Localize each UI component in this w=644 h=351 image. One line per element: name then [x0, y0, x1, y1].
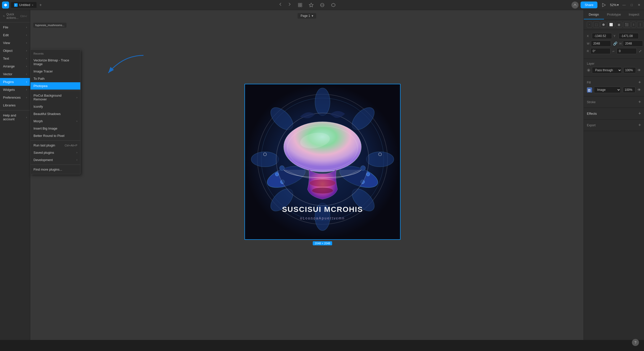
add-tab-button[interactable]: + [39, 3, 43, 7]
distribute-v-button[interactable]: ⋮ [637, 22, 643, 28]
h-input[interactable] [623, 41, 643, 47]
x-input[interactable] [592, 33, 612, 39]
close-window-button[interactable]: ✕ [636, 3, 642, 7]
arrow-icon: › [26, 65, 27, 68]
menu-item-plugins[interactable]: Plugins › [0, 78, 30, 86]
rotation-input[interactable] [590, 48, 611, 54]
arrow-icon: › [26, 88, 27, 91]
menu-item-vector[interactable]: Vector › [0, 70, 30, 78]
layers-panel-item[interactable]: hypnosis_mushrooms... [33, 23, 66, 28]
fill-add-button[interactable]: + [638, 80, 641, 85]
nav-back-button[interactable] [276, 2, 284, 8]
plugins-submenu: Recents Vectorize Bitmap - Trace Image I… [30, 49, 81, 174]
lock-ratio-button[interactable]: 🔗 [613, 41, 618, 46]
menu-item-edit[interactable]: Edit › [0, 31, 30, 39]
align-top-button[interactable]: ⬜ [607, 22, 615, 28]
avatar[interactable] [571, 2, 579, 9]
submenu-item-topath[interactable]: To Path [30, 75, 80, 82]
arrow-icon: › [26, 34, 27, 36]
corner-radius-button[interactable]: ⌐ [612, 49, 615, 54]
submenu-item-run-last[interactable]: Run last plugin Ctrl+Alt+P [30, 142, 80, 149]
align-right-button[interactable]: ⬟ [600, 22, 606, 28]
menu-item-arrange[interactable]: Arrange › [0, 62, 30, 70]
tab-design[interactable]: Design [584, 10, 604, 19]
submenu-item-find-more[interactable]: Find more plugins... [30, 166, 80, 173]
align-bottom-button[interactable]: ⬛ [623, 22, 630, 28]
main-layout: Quick actions... Ctrl+/ File › Edit › Vi… [0, 10, 644, 340]
export-add-button[interactable]: + [638, 123, 641, 128]
nav-forward-button[interactable] [286, 2, 294, 8]
svg-text:SUSCISUI MCROHIS: SUSCISUI MCROHIS [282, 205, 363, 213]
arrow-icon: › [77, 96, 77, 99]
menu-item-text[interactable]: Text › [0, 55, 30, 62]
tab-icon: F [14, 3, 18, 7]
zoom-indicator[interactable]: 52% ▾ [610, 3, 619, 7]
star-tool[interactable] [307, 1, 316, 9]
right-panel-tabs: Design Prototype Inspect [584, 10, 644, 20]
align-center-v-button[interactable]: ▣ [616, 22, 622, 28]
menu-item-preferences[interactable]: Preferences › [0, 94, 30, 101]
half-circle-tool[interactable] [318, 1, 327, 9]
help-bubble[interactable]: ? [632, 339, 639, 346]
quick-search-bar[interactable]: Quick actions... Ctrl+/ [0, 11, 30, 21]
submenu-item-better-round[interactable]: Better Round to Pixel [30, 132, 80, 139]
align-center-h-button[interactable]: ⬚ [593, 22, 599, 28]
titlebar: F Untitled × + Share 5 [0, 0, 644, 10]
layer-eye-button[interactable]: 👁 [637, 68, 641, 72]
w-input[interactable] [591, 41, 611, 47]
align-section: ⬝ ⬚ ⬟ ⬜ ▣ ⬛ ⁞ ⋮ [584, 20, 644, 30]
play-button[interactable] [599, 1, 608, 9]
submenu-item-iconify[interactable]: Iconify [30, 103, 80, 110]
stroke-add-button[interactable]: + [638, 99, 641, 105]
w-h-row: W 🔗 H ⤢ [587, 41, 641, 47]
submenu-item-photopea[interactable]: Photopea [30, 82, 80, 90]
menu-item-help[interactable]: Help and account › [0, 111, 30, 123]
fill-row: 🖼 Image Solid Gradient 👁 [587, 87, 641, 93]
y-input[interactable] [619, 33, 639, 39]
grid-tool[interactable] [296, 1, 305, 9]
submenu-item-vectorize[interactable]: Vectorize Bitmap - Trace Image [30, 57, 80, 68]
menu-item-view[interactable]: View › [0, 39, 30, 47]
corner-type-button[interactable]: ⤢ [638, 49, 642, 54]
page-indicator[interactable]: Page 1 ▾ [298, 13, 316, 19]
svg-line-10 [4, 16, 5, 17]
h-label: H [619, 42, 621, 45]
x-y-row: X Y [587, 33, 641, 39]
fill-eye-button[interactable]: 👁 [637, 88, 641, 92]
component-tool[interactable] [329, 1, 338, 9]
menu-separator-2 [0, 110, 30, 110]
menu-item-object[interactable]: Object › [0, 47, 30, 55]
submenu-item-saved-plugins[interactable]: Saved plugins › [30, 149, 80, 156]
fill-section-title: Fill [587, 81, 591, 84]
app-logo[interactable] [2, 2, 9, 9]
arrow-icon: › [26, 81, 27, 83]
submenu-item-beautiful-shadows[interactable]: Beautiful Shadows [30, 110, 80, 118]
layer-opacity-input[interactable] [623, 67, 636, 73]
svg-point-9 [3, 15, 4, 16]
fill-opacity-input[interactable] [623, 87, 635, 93]
fill-type-select[interactable]: Image Solid Gradient [594, 87, 621, 93]
close-tab-button[interactable]: × [32, 4, 33, 7]
menu-item-file[interactable]: File › [0, 23, 30, 31]
tab-prototype[interactable]: Prototype [604, 10, 624, 19]
submenu-item-development[interactable]: Development › [30, 156, 80, 164]
svg-rect-2 [298, 5, 300, 7]
fill-color-swatch[interactable]: 🖼 [587, 87, 592, 92]
effects-add-button[interactable]: + [638, 111, 641, 116]
menu-item-widgets[interactable]: Widgets › [0, 86, 30, 94]
align-left-button[interactable]: ⬝ [587, 22, 592, 28]
menu-item-libraries[interactable]: Libraries [0, 101, 30, 109]
tab-inspect[interactable]: Inspect [624, 10, 644, 19]
layer-mode-select[interactable]: Pass through Normal Multiply [592, 67, 622, 73]
share-button[interactable]: Share [581, 2, 597, 8]
distribute-h-button[interactable]: ⁞ [631, 22, 636, 28]
active-tab[interactable]: F Untitled × [11, 2, 37, 8]
submenu-item-pixcut[interactable]: PixCut Background Remover › [30, 92, 80, 103]
minimize-button[interactable]: — [621, 3, 627, 7]
submenu-item-imagetracer[interactable]: Image Tracer [30, 68, 80, 75]
submenu-item-morph[interactable]: Morph › [30, 118, 80, 125]
canvas-area[interactable]: Page 1 ▾ hypnosis_mushrooms... [30, 10, 584, 340]
corner-input[interactable] [617, 48, 637, 54]
maximize-button[interactable]: □ [629, 3, 634, 7]
submenu-item-insert-big-image[interactable]: Insert Big Image [30, 125, 80, 132]
